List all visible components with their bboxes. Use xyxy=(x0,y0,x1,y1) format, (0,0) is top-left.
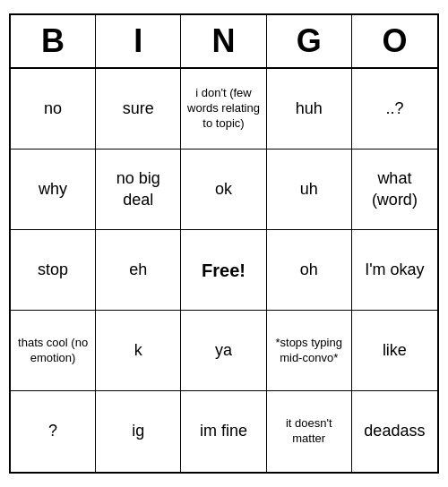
bingo-cell: k xyxy=(96,311,181,391)
bingo-header: BINGO xyxy=(11,15,437,69)
bingo-cell: i don't (few words relating to topic) xyxy=(181,69,266,150)
bingo-cell: it doesn't matter xyxy=(267,391,352,472)
bingo-cell: thats cool (no emotion) xyxy=(11,311,96,391)
bingo-cell: Free! xyxy=(181,230,266,311)
header-letter: I xyxy=(96,15,181,67)
bingo-cell: stop xyxy=(11,230,96,311)
bingo-cell: ya xyxy=(181,311,266,391)
header-letter: N xyxy=(181,15,266,67)
bingo-cell: deadass xyxy=(352,391,437,472)
bingo-cell: ig xyxy=(96,391,181,472)
bingo-cell: sure xyxy=(96,69,181,150)
bingo-cell: no xyxy=(11,69,96,150)
bingo-cell: oh xyxy=(267,230,352,311)
bingo-cell: ? xyxy=(11,391,96,472)
bingo-cell: what (word) xyxy=(352,150,437,230)
bingo-grid: nosurei don't (few words relating to top… xyxy=(11,69,437,472)
bingo-cell: huh xyxy=(267,69,352,150)
bingo-card: BINGO nosurei don't (few words relating … xyxy=(9,13,439,474)
header-letter: B xyxy=(11,15,96,67)
header-letter: O xyxy=(352,15,437,67)
bingo-cell: I'm okay xyxy=(352,230,437,311)
bingo-cell: ..? xyxy=(352,69,437,150)
bingo-cell: *stops typing mid-convo* xyxy=(267,311,352,391)
bingo-cell: uh xyxy=(267,150,352,230)
bingo-cell: im fine xyxy=(181,391,266,472)
bingo-cell: eh xyxy=(96,230,181,311)
bingo-cell: ok xyxy=(181,150,266,230)
bingo-cell: no big deal xyxy=(96,150,181,230)
bingo-cell: like xyxy=(352,311,437,391)
header-letter: G xyxy=(267,15,352,67)
bingo-cell: why xyxy=(11,150,96,230)
